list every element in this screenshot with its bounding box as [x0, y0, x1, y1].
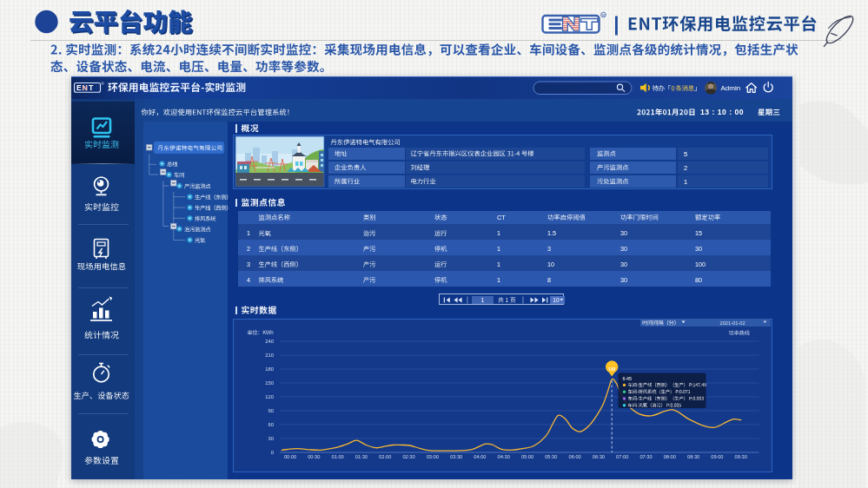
svg-text:140: 140: [608, 367, 615, 372]
svg-text:04:00: 04:00: [474, 454, 486, 459]
svg-text:07:00: 07:00: [616, 454, 628, 459]
svg-text:13 : 10 : 00: 13 : 10 : 00: [700, 108, 744, 116]
svg-text:03:30: 03:30: [450, 454, 462, 459]
svg-text:60: 60: [268, 422, 274, 427]
svg-text:02:00: 02:00: [379, 454, 391, 459]
svg-text:00:30: 00:30: [308, 454, 320, 459]
svg-text:240: 240: [265, 339, 274, 344]
svg-text:10: 10: [547, 260, 554, 268]
svg-text:2: 2: [684, 164, 687, 172]
svg-text:01:00: 01:00: [331, 454, 343, 459]
svg-text:05:30: 05:30: [545, 454, 557, 459]
svg-text:1.5: 1.5: [547, 229, 556, 237]
svg-text:01:30: 01:30: [355, 454, 368, 459]
svg-text:CT: CT: [497, 214, 506, 221]
svg-text:07:30: 07:30: [639, 454, 652, 459]
svg-text:02:30: 02:30: [402, 454, 414, 459]
svg-text:8: 8: [547, 276, 551, 284]
svg-text:04:30: 04:30: [498, 454, 510, 459]
svg-text:10: 10: [553, 297, 560, 303]
svg-text:30: 30: [620, 276, 627, 284]
svg-text:00:00: 00:00: [284, 454, 296, 459]
svg-text:90: 90: [268, 408, 274, 413]
svg-text:80: 80: [695, 276, 702, 284]
svg-text:R: R: [602, 13, 605, 17]
svg-text:Admin: Admin: [721, 84, 741, 92]
svg-text:05:00: 05:00: [521, 454, 533, 459]
svg-text:N: N: [83, 83, 88, 92]
svg-text:1: 1: [684, 178, 687, 186]
svg-text:15: 15: [695, 229, 702, 237]
svg-text:T: T: [89, 83, 94, 92]
svg-text:1: 1: [247, 229, 250, 237]
svg-text:30: 30: [620, 229, 627, 237]
svg-text:09:00: 09:00: [711, 454, 723, 459]
svg-text:120: 120: [265, 394, 274, 399]
svg-text:09:30: 09:30: [735, 454, 747, 459]
svg-text:2: 2: [247, 245, 250, 253]
svg-text:1: 1: [497, 229, 500, 237]
svg-text:150: 150: [265, 380, 274, 386]
svg-text:2021-01-02: 2021-01-02: [720, 320, 745, 326]
svg-text:30: 30: [620, 260, 627, 268]
svg-text:0: 0: [271, 450, 274, 455]
svg-text:08:00: 08:00: [664, 454, 676, 459]
svg-text:1: 1: [497, 245, 500, 253]
svg-text:30: 30: [620, 245, 627, 253]
svg-text:100: 100: [695, 260, 706, 268]
svg-text:08:30: 08:30: [687, 454, 699, 459]
svg-text:180: 180: [265, 366, 274, 372]
svg-text:5: 5: [684, 150, 687, 158]
svg-text:1: 1: [497, 276, 500, 284]
svg-text:3: 3: [547, 245, 551, 253]
svg-text:3: 3: [247, 260, 250, 268]
svg-text:1: 1: [481, 297, 485, 303]
svg-text:06:30: 06:30: [593, 454, 605, 459]
svg-text:30: 30: [268, 436, 274, 441]
svg-text:6:45: 6:45: [623, 376, 633, 381]
svg-text:30: 30: [695, 245, 702, 253]
svg-text:E: E: [76, 83, 82, 92]
svg-text:06:00: 06:00: [568, 454, 580, 459]
svg-text:210: 210: [265, 353, 274, 358]
svg-text:03:00: 03:00: [427, 454, 439, 459]
svg-text:4: 4: [247, 276, 250, 284]
svg-text:1: 1: [497, 260, 500, 268]
